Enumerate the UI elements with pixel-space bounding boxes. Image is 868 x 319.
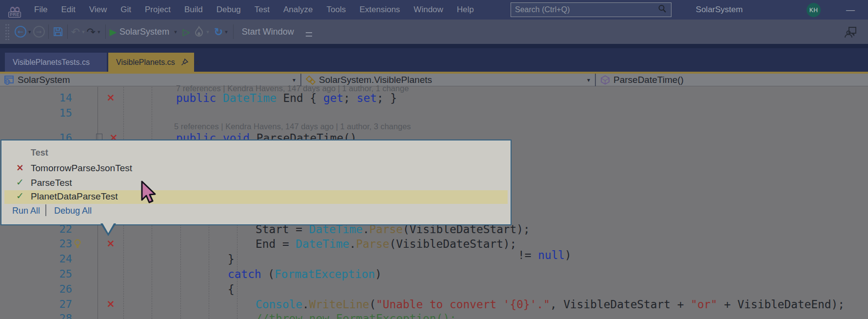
standard-toolbar: ← ▾ → ↶ ▾ ↷ ▾ ▶ SolarSystem ▾ ▷ ▾ ↻ ▾ St… (0, 20, 868, 44)
class-icon (305, 75, 316, 85)
toolbar-separator (67, 24, 68, 39)
toolbar-overflow-button[interactable] (306, 32, 312, 37)
code-line-14: 14 × public DateTime End { get; set; } (0, 92, 868, 106)
hot-reload-caret[interactable]: ▾ (204, 29, 211, 35)
code-line-25: 25 catch (FormatException) (0, 268, 868, 282)
tab-well-strip (0, 44, 868, 48)
start-without-debugging-button[interactable]: ▷ (183, 23, 190, 40)
navigate-back-button[interactable]: ← (15, 23, 26, 40)
start-window-button[interactable]: Start Window (237, 27, 299, 37)
project-icon (4, 75, 15, 85)
test-status-popup: Test × TomorrowParseJsonTest ✓ ParseTest… (0, 140, 512, 225)
member-dropdown-value: ParseDateTime() (613, 75, 684, 85)
tab-label: VisiblePlanets.cs (116, 58, 175, 67)
menu-analyze[interactable]: Analyze (276, 0, 319, 20)
test-item-label: PlanetDataParseTest (31, 191, 118, 202)
tab-visibleplanets[interactable]: VisiblePlanets.cs × (108, 53, 194, 72)
member-dropdown[interactable]: ParseDateTime() (596, 74, 868, 86)
chevron-down-icon[interactable]: ▾ (293, 77, 296, 83)
tab-visibleplanetstests[interactable]: VisiblePlanetsTests.cs (5, 53, 107, 72)
undo-dropdown-caret[interactable]: ▾ (80, 29, 87, 35)
code-line-27: 27 × Console.WriteLine("Unable to conver… (0, 298, 868, 313)
menu-debug[interactable]: Debug (210, 0, 248, 20)
link-separator (45, 204, 46, 216)
restart-button[interactable]: ↻ (214, 23, 223, 40)
menu-view[interactable]: View (82, 0, 114, 20)
close-icon[interactable]: × (193, 57, 200, 67)
editor-navigation-bar: SolarSystem ▾ SolarSystem.VisiblePlanets… (0, 74, 868, 86)
codelens-references[interactable]: 5 references | Kendra Havens, 147 days a… (174, 122, 411, 131)
menu-help[interactable]: Help (450, 0, 481, 20)
test-failed-icon: × (14, 162, 26, 173)
test-item-planetdataparsetest[interactable]: ✓ PlanetDataParseTest (4, 190, 508, 204)
line-number: 14 (45, 92, 72, 104)
menu-tools[interactable]: Tools (320, 0, 353, 20)
search-icon[interactable] (657, 4, 667, 16)
popup-header: Test (31, 148, 48, 158)
line-number: 24 (45, 253, 72, 265)
navigate-forward-button[interactable]: → (33, 23, 45, 40)
line-number: 15 (45, 107, 72, 119)
menu-git[interactable]: Git (114, 0, 138, 20)
debug-all-link[interactable]: Debug All (54, 206, 92, 216)
menu-build[interactable]: Build (178, 0, 210, 20)
preview-badge: PRE (8, 12, 21, 18)
test-item-label: ParseTest (31, 178, 72, 188)
test-item-parsetest[interactable]: ✓ ParseTest (1, 177, 511, 190)
title-bar: ∞ PRE File Edit View Git Project Build D… (0, 0, 868, 20)
minimize-button[interactable]: — (840, 0, 861, 20)
start-debugging-button[interactable]: ▶ (109, 23, 117, 40)
redo-dropdown-caret[interactable]: ▾ (96, 29, 102, 35)
code-line-15: 15 (0, 107, 868, 121)
test-failed-icon[interactable]: × (105, 238, 116, 249)
quick-actions-lightbulb-icon[interactable] (73, 239, 82, 250)
pin-icon[interactable] (181, 59, 188, 66)
document-tab-bar: VisiblePlanetsTests.cs VisiblePlanets.cs… (0, 44, 868, 72)
line-number: 25 (45, 268, 72, 280)
test-item-tomorrowparsejsontest[interactable]: × TomorrowParseJsonTest (1, 162, 511, 176)
test-passed-icon: ✓ (14, 190, 26, 201)
save-button[interactable] (52, 23, 64, 40)
mouse-cursor (140, 180, 159, 208)
send-feedback-icon[interactable] (843, 24, 858, 42)
run-target-label[interactable]: SolarSystem (117, 27, 172, 37)
undo-button[interactable]: ↶ (71, 23, 80, 40)
test-failed-icon[interactable]: × (105, 298, 116, 310)
code-line-26: 26 { (0, 283, 868, 298)
search-placeholder: Search (Ctrl+Q) (515, 5, 657, 14)
back-dropdown-caret[interactable]: ▾ (26, 29, 33, 35)
code-line-28: 28 //throw new FormatException(); (0, 312, 868, 319)
project-dropdown-value: SolarSystem (18, 75, 70, 85)
restart-caret[interactable]: ▾ (223, 29, 230, 35)
window-title: SolarSystem (688, 0, 751, 20)
line-number: 28 (45, 312, 72, 319)
menu-project[interactable]: Project (138, 0, 178, 20)
chevron-down-icon[interactable]: ▾ (587, 77, 590, 83)
toolbar-separator (105, 24, 106, 39)
toolbar-separator (48, 24, 49, 39)
vs-window: { "window": { "app_title": "SolarSystem"… (0, 0, 868, 319)
menu-window[interactable]: Window (407, 0, 450, 20)
hot-reload-icon[interactable] (194, 23, 204, 40)
menu-extensions[interactable]: Extensions (353, 0, 407, 20)
menu-edit[interactable]: Edit (54, 0, 82, 20)
toolbar-grip[interactable] (5, 23, 10, 40)
toolbar-separator (233, 24, 234, 39)
test-passed-icon: ✓ (14, 177, 26, 187)
popup-callout-tail-inner (102, 223, 114, 233)
run-all-link[interactable]: Run All (12, 206, 40, 216)
avatar[interactable]: KH (807, 3, 821, 17)
redo-button[interactable]: ↷ (87, 23, 96, 40)
menu-bar: File Edit View Git Project Build Debug T… (27, 0, 481, 20)
menu-file[interactable]: File (27, 0, 54, 20)
code-line-24: 24 } (0, 253, 868, 267)
method-icon (600, 75, 611, 85)
menu-test[interactable]: Test (248, 0, 276, 20)
line-number: 27 (45, 298, 72, 310)
run-target-caret[interactable]: ▾ (172, 29, 179, 35)
test-item-label: TomorrowParseJsonTest (31, 163, 132, 174)
line-number: 23 (45, 238, 72, 250)
code-line-23: 23 × End = DateTime.Parse(VisibleDateSta… (0, 238, 868, 252)
search-input[interactable]: Search (Ctrl+Q) (511, 2, 671, 17)
test-failed-icon[interactable]: × (105, 92, 116, 103)
